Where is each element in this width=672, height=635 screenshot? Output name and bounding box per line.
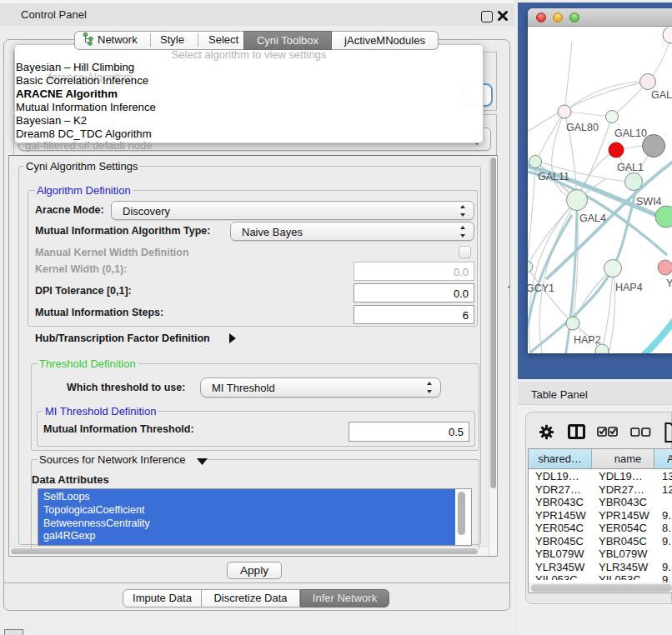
- svg-text:GCY1: GCY1: [528, 282, 554, 294]
- svg-text:GAL11: GAL11: [538, 171, 569, 182]
- svg-text:Y: Y: [666, 278, 672, 289]
- svg-text:GAL80: GAL80: [566, 122, 599, 133]
- svg-text:HAP2: HAP2: [574, 334, 601, 346]
- svg-text:GAL4: GAL4: [579, 212, 606, 224]
- svg-text:SWI4: SWI4: [636, 196, 662, 208]
- svg-text:GAL1: GAL1: [617, 162, 644, 173]
- svg-text:GAL2: GAL2: [651, 89, 672, 101]
- svg-text:GAL10: GAL10: [614, 128, 647, 139]
- svg-text:HAP4: HAP4: [615, 282, 643, 293]
